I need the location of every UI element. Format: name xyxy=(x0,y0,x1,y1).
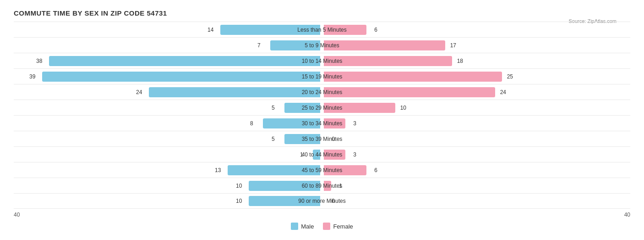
male-value: 13 xyxy=(215,167,221,173)
legend-female-label: Female xyxy=(333,223,353,230)
left-section: 8 xyxy=(14,117,322,129)
female-value: 6 xyxy=(374,167,377,173)
male-value: 24 xyxy=(136,89,142,95)
bar-area: 7 5 to 9 Minutes 17 xyxy=(14,39,630,51)
female-value: 10 xyxy=(400,105,406,111)
female-value: 24 xyxy=(500,89,506,95)
male-value: 5 xyxy=(272,136,275,142)
female-value: 1 xyxy=(339,183,342,189)
right-section: 17 xyxy=(322,39,630,51)
male-bar: 5 xyxy=(284,103,320,113)
legend-male: Male xyxy=(291,223,314,230)
chart-row: 14 Less than 5 Minutes 6 xyxy=(14,22,630,37)
right-section: 0 xyxy=(322,195,630,207)
left-section: 10 xyxy=(14,180,322,192)
female-bar: 1 xyxy=(324,181,331,191)
chart-row: 39 15 to 19 Minutes 25 xyxy=(14,68,630,84)
left-section: 1 xyxy=(14,149,322,161)
right-section: 6 xyxy=(322,164,630,176)
right-section: 6 xyxy=(322,24,630,36)
bar-area: 10 90 or more Minutes 0 xyxy=(14,195,630,207)
male-value: 39 xyxy=(29,73,35,80)
male-bar: 38 xyxy=(49,56,320,66)
chart-row: 1 40 to 44 Minutes 3 xyxy=(14,146,630,162)
legend: Male Female xyxy=(14,223,630,230)
female-value: 18 xyxy=(457,58,463,64)
male-bar: 1 xyxy=(313,150,320,160)
chart-container: 14 Less than 5 Minutes 6 7 5 to 9 Minute… xyxy=(14,22,630,230)
chart-row: 38 10 to 14 Minutes 18 xyxy=(14,53,630,68)
axis-left: 40 xyxy=(14,212,20,218)
female-value: 25 xyxy=(507,73,513,80)
bar-area: 24 20 to 24 Minutes 24 xyxy=(14,86,630,98)
right-section: 0 xyxy=(322,133,630,145)
female-bar: 25 xyxy=(324,72,502,82)
female-value: 6 xyxy=(374,27,377,33)
female-swatch xyxy=(323,223,330,230)
bar-area: 14 Less than 5 Minutes 6 xyxy=(14,24,630,36)
female-value: 0 xyxy=(332,198,335,204)
bar-area: 5 25 to 29 Minutes 10 xyxy=(14,102,630,114)
chart-row: 8 30 to 34 Minutes 3 xyxy=(14,115,630,131)
female-value: 3 xyxy=(353,151,356,158)
male-bar: 14 xyxy=(220,25,320,35)
female-bar: 18 xyxy=(324,56,452,66)
female-bar: 6 xyxy=(324,25,366,35)
male-value: 1 xyxy=(300,151,303,158)
chart-title: COMMUTE TIME BY SEX IN ZIP CODE 54731 xyxy=(14,9,630,17)
chart-row: 10 90 or more Minutes 0 xyxy=(14,193,630,209)
left-section: 14 xyxy=(14,24,322,36)
left-section: 5 xyxy=(14,102,322,114)
male-bar: 7 xyxy=(270,40,320,50)
right-section: 1 xyxy=(322,180,630,192)
female-value: 17 xyxy=(450,42,456,49)
female-value: 0 xyxy=(332,136,335,142)
left-section: 5 xyxy=(14,133,322,145)
left-section: 24 xyxy=(14,86,322,98)
right-section: 25 xyxy=(322,71,630,83)
male-bar: 8 xyxy=(263,118,320,128)
chart-row: 7 5 to 9 Minutes 17 xyxy=(14,37,630,53)
left-section: 13 xyxy=(14,164,322,176)
right-section: 3 xyxy=(322,149,630,161)
chart-row: 5 25 to 29 Minutes 10 xyxy=(14,100,630,115)
male-value: 14 xyxy=(207,27,213,33)
male-bar: 10 xyxy=(249,181,320,191)
male-value: 10 xyxy=(236,198,242,204)
male-bar: 5 xyxy=(284,134,320,144)
bar-area: 5 35 to 39 Minutes 0 xyxy=(14,133,630,145)
chart-row: 5 35 to 39 Minutes 0 xyxy=(14,131,630,146)
left-section: 38 xyxy=(14,55,322,67)
chart-row: 10 60 to 89 Minutes 1 xyxy=(14,178,630,193)
female-bar: 6 xyxy=(324,165,366,175)
bar-area: 8 30 to 34 Minutes 3 xyxy=(14,117,630,129)
axis-right: 40 xyxy=(624,212,630,218)
bar-area: 1 40 to 44 Minutes 3 xyxy=(14,149,630,161)
male-bar: 24 xyxy=(149,87,320,97)
male-value: 8 xyxy=(250,120,253,127)
male-value: 7 xyxy=(257,42,261,49)
male-bar: 10 xyxy=(249,196,320,206)
chart-row: 24 20 to 24 Minutes 24 xyxy=(14,84,630,100)
left-section: 39 xyxy=(14,71,322,83)
legend-male-label: Male xyxy=(301,223,314,230)
male-bar: 39 xyxy=(42,72,320,82)
male-bar: 13 xyxy=(228,165,320,175)
male-value: 5 xyxy=(272,105,275,111)
female-bar: 3 xyxy=(324,150,345,160)
female-bar: 17 xyxy=(324,40,445,50)
female-bar: 3 xyxy=(324,118,345,128)
right-section: 18 xyxy=(322,55,630,67)
female-value: 3 xyxy=(353,120,356,127)
male-value: 38 xyxy=(36,58,42,64)
female-bar: 24 xyxy=(324,87,495,97)
axis-row: 40 40 xyxy=(14,209,630,220)
male-swatch xyxy=(291,223,298,230)
legend-female: Female xyxy=(323,223,353,230)
chart-row: 13 45 to 59 Minutes 6 xyxy=(14,162,630,178)
right-section: 24 xyxy=(322,86,630,98)
right-section: 3 xyxy=(322,117,630,129)
female-bar: 10 xyxy=(324,103,395,113)
male-value: 10 xyxy=(236,183,242,189)
right-section: 10 xyxy=(322,102,630,114)
